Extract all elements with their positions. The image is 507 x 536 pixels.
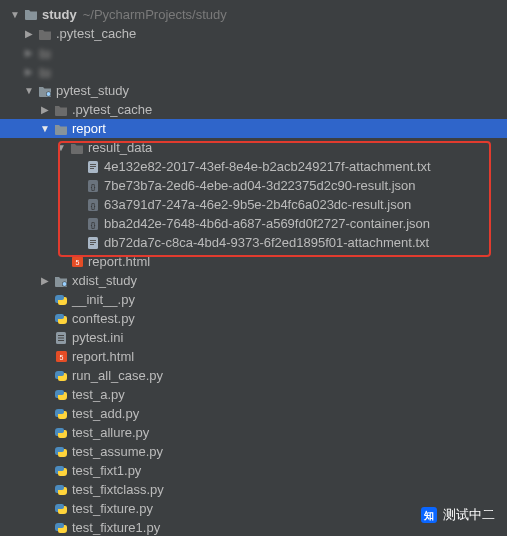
tree-item-label: .pytest_cache bbox=[70, 102, 152, 117]
tree-row[interactable]: ▶ bbox=[0, 43, 507, 62]
tree-item-label: db72da7c-c8ca-4bd4-9373-6f2ed1895f01-att… bbox=[102, 235, 429, 250]
tree-item-label: test_fixtclass.py bbox=[70, 482, 164, 497]
tree-item-label: test_fixture1.py bbox=[70, 520, 160, 535]
folder-dim-icon bbox=[68, 142, 86, 154]
tree-item-label: __init__.py bbox=[70, 292, 135, 307]
tree-row[interactable]: ▶xdist_study bbox=[0, 271, 507, 290]
tree-row[interactable]: conftest.py bbox=[0, 309, 507, 328]
py-icon bbox=[52, 426, 70, 440]
tree-row[interactable]: test_fixtclass.py bbox=[0, 480, 507, 499]
zhihu-watermark: 知 测试中二 bbox=[421, 506, 495, 524]
collapse-arrow-icon: ▶ bbox=[38, 275, 52, 286]
tree-row[interactable]: {}bba2d42e-7648-4b6d-a687-a569fd0f2727-c… bbox=[0, 214, 507, 233]
tree-row[interactable]: {}63a791d7-247a-46e2-9b5e-2b4fc6a023dc-r… bbox=[0, 195, 507, 214]
folder-dim-icon bbox=[52, 104, 70, 116]
tree-row[interactable]: 4e132e82-2017-43ef-8e4e-b2acb249217f-att… bbox=[0, 157, 507, 176]
tree-row[interactable]: run_all_case.py bbox=[0, 366, 507, 385]
json-icon: {} bbox=[84, 179, 102, 193]
tree-row[interactable]: test_add.py bbox=[0, 404, 507, 423]
expand-arrow-icon: ▼ bbox=[22, 85, 36, 96]
pkg-icon bbox=[52, 275, 70, 287]
svg-text:5: 5 bbox=[75, 259, 79, 266]
svg-rect-15 bbox=[90, 244, 94, 245]
py-icon bbox=[52, 502, 70, 516]
tree-item-label: report.html bbox=[86, 254, 150, 269]
tree-item-label: report bbox=[70, 121, 106, 136]
tree-item-label: run_all_case.py bbox=[70, 368, 163, 383]
svg-rect-13 bbox=[90, 240, 96, 241]
tree-row[interactable]: test_a.py bbox=[0, 385, 507, 404]
json-icon: {} bbox=[84, 198, 102, 212]
folder-icon bbox=[52, 123, 70, 135]
project-tree[interactable]: ▼study~/PycharmProjects/study▶.pytest_ca… bbox=[0, 0, 507, 536]
tree-item-label: test_add.py bbox=[70, 406, 139, 421]
py-icon bbox=[52, 312, 70, 326]
tree-item-label: test_fixture.py bbox=[70, 501, 153, 516]
tree-item-label: test_assume.py bbox=[70, 444, 163, 459]
expand-arrow-icon: ▼ bbox=[8, 9, 22, 20]
folder-dim-icon bbox=[36, 66, 54, 78]
tree-row[interactable]: test_assume.py bbox=[0, 442, 507, 461]
tree-row[interactable]: ▶.pytest_cache bbox=[0, 24, 507, 43]
txt-icon bbox=[84, 236, 102, 250]
svg-rect-4 bbox=[90, 166, 96, 167]
html-icon: 5 bbox=[52, 350, 70, 363]
tree-item-label: xdist_study bbox=[70, 273, 137, 288]
tree-row[interactable]: test_allure.py bbox=[0, 423, 507, 442]
tree-row[interactable]: ▶ bbox=[0, 62, 507, 81]
zhihu-icon: 知 bbox=[421, 507, 437, 523]
collapse-arrow-icon: ▶ bbox=[22, 66, 36, 77]
collapse-arrow-icon: ▶ bbox=[22, 47, 36, 58]
expand-arrow-icon: ▼ bbox=[38, 123, 52, 134]
tree-row[interactable]: ▼report bbox=[0, 119, 507, 138]
tree-row[interactable]: db72da7c-c8ca-4bd4-9373-6f2ed1895f01-att… bbox=[0, 233, 507, 252]
tree-row[interactable]: ▼result_data bbox=[0, 138, 507, 157]
tree-item-label: pytest_study bbox=[54, 83, 129, 98]
svg-point-1 bbox=[47, 92, 51, 96]
expand-arrow-icon: ▼ bbox=[54, 142, 68, 153]
tree-item-label: study bbox=[40, 7, 77, 22]
tree-row[interactable]: __init__.py bbox=[0, 290, 507, 309]
py-icon bbox=[52, 407, 70, 421]
tree-row[interactable]: ▶.pytest_cache bbox=[0, 100, 507, 119]
tree-row[interactable]: ▼pytest_study bbox=[0, 81, 507, 100]
py-icon bbox=[52, 464, 70, 478]
html-icon: 5 bbox=[68, 255, 86, 268]
tree-item-label: conftest.py bbox=[70, 311, 135, 326]
watermark-text: 测试中二 bbox=[443, 506, 495, 524]
tree-item-label: test_fixt1.py bbox=[70, 463, 141, 478]
svg-point-19 bbox=[63, 282, 67, 286]
py-icon bbox=[52, 293, 70, 307]
py-icon bbox=[52, 445, 70, 459]
svg-text:{}: {} bbox=[91, 202, 96, 210]
svg-rect-23 bbox=[58, 340, 64, 341]
tree-row[interactable]: 5report.html bbox=[0, 252, 507, 271]
svg-rect-21 bbox=[58, 335, 64, 336]
tree-row[interactable]: pytest.ini bbox=[0, 328, 507, 347]
tree-item-label: .pytest_cache bbox=[54, 26, 136, 41]
svg-text:知: 知 bbox=[423, 510, 434, 521]
json-icon: {} bbox=[84, 217, 102, 231]
tree-item-label: test_allure.py bbox=[70, 425, 149, 440]
tree-item-label: result_data bbox=[86, 140, 152, 155]
folder-dim-icon bbox=[36, 47, 54, 59]
svg-rect-3 bbox=[90, 164, 96, 165]
ini-icon bbox=[52, 331, 70, 345]
collapse-arrow-icon: ▶ bbox=[38, 104, 52, 115]
tree-item-label: report.html bbox=[70, 349, 134, 364]
svg-text:{}: {} bbox=[91, 183, 96, 191]
tree-item-label: 4e132e82-2017-43ef-8e4e-b2acb249217f-att… bbox=[102, 159, 431, 174]
tree-row[interactable]: 5report.html bbox=[0, 347, 507, 366]
py-icon bbox=[52, 369, 70, 383]
tree-row[interactable]: test_fixt1.py bbox=[0, 461, 507, 480]
svg-text:5: 5 bbox=[59, 354, 63, 361]
svg-rect-14 bbox=[90, 242, 96, 243]
tree-row[interactable]: ▼study~/PycharmProjects/study bbox=[0, 4, 507, 24]
folder-dim-icon bbox=[36, 28, 54, 40]
tree-item-label: 7be73b7a-2ed6-4ebe-ad04-3d22375d2c90-res… bbox=[102, 178, 416, 193]
project-path: ~/PycharmProjects/study bbox=[77, 7, 227, 22]
tree-item-label: pytest.ini bbox=[70, 330, 123, 345]
tree-item-label: 63a791d7-247a-46e2-9b5e-2b4fc6a023dc-res… bbox=[102, 197, 411, 212]
txt-icon bbox=[84, 160, 102, 174]
tree-row[interactable]: {}7be73b7a-2ed6-4ebe-ad04-3d22375d2c90-r… bbox=[0, 176, 507, 195]
